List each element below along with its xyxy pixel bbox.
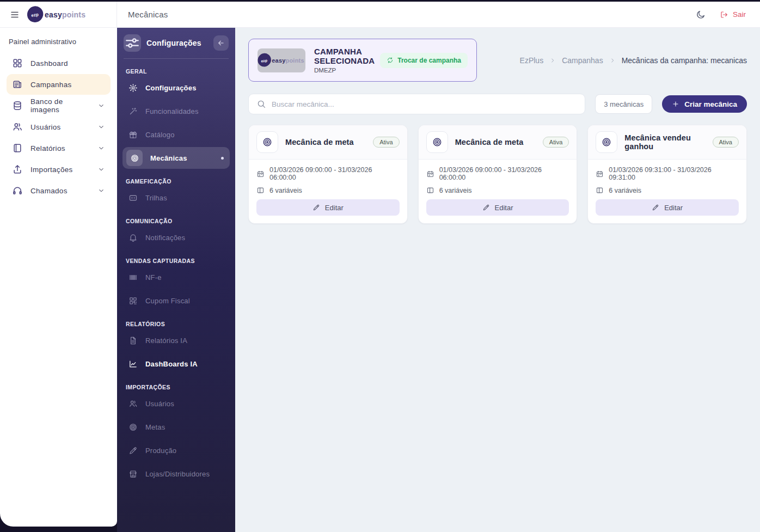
edit-button[interactable]: Editar [426, 199, 569, 216]
refresh-icon [387, 57, 394, 64]
target-icon [426, 131, 448, 153]
sidebar-item-label: Banco de imagens [30, 97, 90, 114]
settings-item-dashboards-ia[interactable]: DashBoards IA [122, 353, 230, 375]
mechanic-card: Mecânica de metaAtiva01/03/2026 09:00:00… [248, 125, 408, 224]
settings-item-label: Trilhas [145, 194, 167, 202]
settings-item-funcionalidades[interactable]: Funcionalidades [122, 100, 230, 122]
campaign-banner-title: CAMPANHA SELECIONADA [314, 47, 371, 65]
hamburger-menu-icon[interactable] [10, 10, 20, 20]
settings-item-label: Mecânicas [150, 154, 187, 162]
settings-item-nf-e[interactable]: NF-e [122, 266, 230, 288]
settings-item-configuracoes[interactable]: Configurações [122, 77, 230, 99]
moon-icon[interactable] [696, 10, 706, 20]
edit-button[interactable]: Editar [596, 199, 739, 216]
settings-item-label: Lojas/Distribuidores [145, 470, 210, 478]
brand-mark-icon: ezp [27, 7, 42, 22]
toolbar-row: 3 mecânicas Criar mecânica [248, 94, 747, 114]
calendar-icon [256, 170, 265, 178]
grid-icon [12, 58, 23, 69]
users-icon [128, 399, 138, 408]
settings-item-catalogo[interactable]: Catálogo [122, 124, 230, 145]
sidebar-item-relatorios[interactable]: Relatórios [7, 138, 111, 158]
wand-icon [128, 107, 138, 116]
settings-section-vendas-capturadas: VENDAS CAPTURADASNF-eCupom Fiscal [122, 258, 230, 311]
sidebar-divider [124, 58, 229, 59]
mechanics-count-badge: 3 mecânicas [595, 94, 652, 114]
calendar-icon [596, 170, 604, 178]
target-icon [128, 423, 138, 432]
brand-mark-icon: ezp [258, 54, 271, 66]
settings-item-label: DashBoards IA [145, 360, 198, 368]
settings-section-comunicacao: COMUNICAÇÃONotificações [122, 218, 230, 248]
section-label: VENDAS CAPTURADAS [126, 258, 226, 264]
variables-row: 6 variáveis [596, 186, 739, 194]
settings-item-lojas-distribuidores[interactable]: Lojas/Distribuidores [122, 463, 230, 485]
brand-wordmark: easypoints [272, 57, 304, 64]
variables-row: 6 variáveis [426, 186, 569, 194]
collapse-sidebar-button[interactable] [213, 35, 229, 51]
logout-button[interactable]: Sair [720, 10, 746, 19]
breadcrumb-item-ezplus[interactable]: EzPlus [520, 56, 544, 65]
settings-item-label: Catálogo [145, 131, 175, 139]
status-badge: Ativa [713, 137, 739, 148]
settings-item-label: Cupom Fiscal [145, 297, 190, 305]
create-mechanic-button[interactable]: Criar mecânica [662, 95, 747, 113]
campaign-banner-texts: CAMPANHA SELECIONADA DMEZP [314, 47, 371, 74]
body-row: Painel administrativo DashboardCampanhas… [0, 28, 760, 532]
chevron-right-icon [609, 57, 616, 64]
change-campaign-button[interactable]: Trocar de campanha [380, 53, 468, 68]
settings-item-usuarios[interactable]: Usuários [122, 393, 230, 414]
chevron-down-icon [97, 144, 105, 152]
date-range: 01/03/2026 09:00:00 - 31/03/2026 06:00:0… [439, 166, 569, 181]
settings-item-cupom-fiscal[interactable]: Cupom Fiscal [122, 290, 230, 311]
columns-icon [426, 186, 434, 194]
mechanic-card-body: 01/03/2026 09:00:00 - 31/03/2026 06:00:0… [249, 160, 407, 223]
settings-section-relatorios: RELATÓRIOSRelatórios IADashBoards IA [122, 321, 230, 375]
topbar-brand-area: ezp easypoints [0, 2, 117, 27]
settings-item-relatorios-ia[interactable]: Relatórios IA [122, 329, 230, 351]
section-label: GAMEFICAÇÃO [126, 178, 226, 185]
section-label: COMUNICAÇÃO [126, 218, 226, 224]
database-icon [12, 100, 23, 111]
edit-button[interactable]: Editar [256, 199, 400, 216]
settings-item-trilhas[interactable]: Trilhas [122, 187, 230, 209]
sidebar-item-campanhas[interactable]: Campanhas [7, 74, 111, 95]
barcode-icon [128, 273, 138, 282]
breadcrumb-item-campanhas[interactable]: Campanhas [562, 56, 603, 65]
sidebar-item-usuarios[interactable]: Usuários [7, 117, 111, 137]
pencil-icon [482, 204, 490, 211]
settings-item-label: Notificações [145, 234, 185, 242]
mechanic-title: Mecânica vendeu ganhou [624, 133, 705, 151]
sidebar-item-chamados[interactable]: Chamados [7, 180, 111, 201]
breadcrumb-item-mecanicas-da-campanha-mecanicas: Mecânicas da campanha: mecanicas [622, 56, 747, 65]
calendar-icon [426, 170, 434, 178]
brand-logo[interactable]: ezp easypoints [28, 8, 85, 21]
settings-item-producao[interactable]: Produção [122, 439, 230, 461]
mechanic-card-body: 01/03/2026 09:31:00 - 31/03/2026 09:31:0… [588, 160, 746, 223]
sidebar-item-importacoes[interactable]: Importações [7, 159, 111, 180]
sidebar-item-label: Dashboard [30, 59, 105, 68]
variables-count: 6 variáveis [609, 187, 641, 194]
settings-item-label: Relatórios IA [145, 337, 187, 345]
sidebar-item-banco-de-imagens[interactable]: Banco de imagens [7, 95, 111, 116]
section-label: IMPORTAÇÕES [126, 384, 226, 390]
selected-campaign-banner: ezp easypoints CAMPANHA SELECIONADA DMEZ… [248, 39, 477, 82]
search-input[interactable] [272, 100, 577, 108]
main-content: ezp easypoints CAMPANHA SELECIONADA DMEZ… [235, 28, 760, 532]
headset-icon [12, 185, 23, 196]
settings-section-importacoes: IMPORTAÇÕESUsuáriosMetasProduçãoLojas/Di… [122, 384, 230, 485]
status-badge: Ativa [543, 137, 569, 148]
search-box [248, 94, 585, 114]
app-window: ezp easypoints Mecânicas Sair Painel adm… [0, 2, 760, 532]
book-icon [12, 143, 23, 154]
file-icon [128, 336, 138, 345]
settings-item-metas[interactable]: Metas [122, 416, 230, 438]
sidebar-item-dashboard[interactable]: Dashboard [7, 53, 111, 74]
settings-item-mecanicas[interactable]: Mecânicas [122, 147, 230, 169]
chart-icon [128, 359, 138, 369]
settings-item-notificacoes[interactable]: Notificações [122, 227, 230, 248]
settings-item-label: NF-e [145, 273, 162, 282]
plus-icon [672, 100, 679, 108]
chevron-down-icon [97, 123, 105, 131]
pencil-icon [312, 204, 320, 211]
